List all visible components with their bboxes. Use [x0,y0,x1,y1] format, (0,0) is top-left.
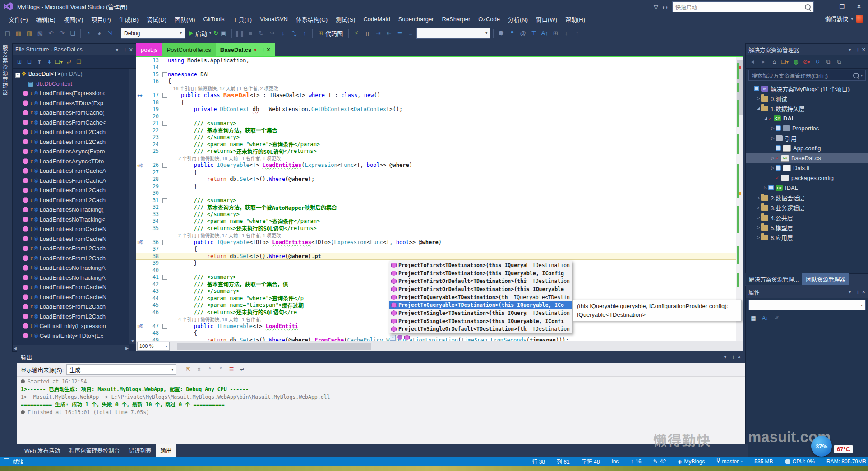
sync-icon[interactable]: ⇄ [65,58,73,66]
tree-item-method[interactable]: ⇧⓪LoadEntities(Expression‹ [13,88,129,98]
tree-item-method[interactable]: ⇧⓪LoadEntitiesFromL2Cach [13,185,129,195]
tree-item-method[interactable]: ⇧⓪LoadEntitiesFromCacheN [13,282,129,292]
pin-icon[interactable]: ⊤ [259,47,264,52]
menu-item-0[interactable]: 文件(F) [5,13,32,25]
tree-item-method[interactable]: ⇧⓪LoadEntitiesFromCacheA [13,176,129,186]
menu-item-1[interactable]: 编辑(E) [32,13,60,25]
tree-item-method[interactable]: ⇧⓪LoadEntitiesFromCacheN [13,234,129,244]
close-button[interactable]: ✕ [853,2,865,11]
up-arrow-icon[interactable]: ↑ [572,28,582,38]
close-icon[interactable]: ✕ [737,354,741,360]
output-header[interactable]: 输出 ▾ ⊤ ✕ [17,351,745,363]
intellisense-item[interactable]: ProjectToSingle<TDestination>(this IQuer… [389,317,572,325]
undo-icon[interactable]: ↶ [46,28,56,38]
tree-item-method[interactable]: ⇧⓪LoadEntitiesNoTracking< [13,215,129,225]
property-pages-icon[interactable]: ✐ [773,314,781,322]
menu-item-11[interactable]: 测试(S) [332,13,359,25]
tree-item-method[interactable]: ⇧⓪LoadEntitiesFromL2Cach [13,302,129,312]
panel-tab--[interactable]: 程序包管理器控制台 [65,444,124,457]
at-icon[interactable]: @ [518,28,528,38]
output-source-select[interactable]: 生成 ▾ [66,364,176,375]
debug-config-select[interactable]: Debug▾ [121,28,185,39]
solution-item-5-[interactable]: ▷5.模型层 [746,222,868,232]
tree-item-field[interactable]: ▤db:DbContext [13,79,129,89]
intellisense-item[interactable]: ProjectToFirstOrDefault<TDestination>(th… [389,277,572,285]
categorize-icon[interactable]: ▦ [749,314,757,322]
intellisense-item[interactable]: ProjectToSingleOrDefault<TDestination>(t… [389,325,572,333]
minimize-button[interactable]: — [818,2,831,11]
tree-item-method[interactable]: ⇧⓪LoadEntitiesFromL2Cach [13,195,129,205]
menu-item-3[interactable]: 项目(P) [87,13,115,25]
menu-item-12[interactable]: CodeMaid [359,14,394,24]
editor-tab-post-js[interactable]: post.js [136,43,162,56]
output-log[interactable]: Started at 16:12:541>------ 已启动生成: 项目: M… [17,376,745,445]
chevron-down-icon[interactable]: ▾ [116,47,119,53]
preview-icon[interactable]: ⧉ [835,58,843,66]
editor-vscrollbar[interactable] [736,57,743,341]
menu-item-2[interactable]: 视图(V) [60,13,87,25]
properties-header[interactable]: 属性 ▾ ⊤ ✕ [746,286,868,298]
pin-icon[interactable]: ⊤ [729,355,734,360]
code-map-button[interactable]: ⊞代码图 [315,29,346,37]
properties-object-select[interactable]: ▾ [748,300,866,310]
add-item-icon[interactable]: ▤ [3,28,13,38]
collapse-icon[interactable]: ⧉ [824,58,832,66]
tool-tab--[interactable]: 解决方案资源管理... [745,273,802,285]
close-icon[interactable]: ✕ [862,47,866,53]
solution-platform-select[interactable]: ▾ [416,28,490,39]
menu-item-15[interactable]: OzCode [474,14,504,24]
zoom-level-select[interactable]: 100 % ▾ [137,342,170,351]
forward-icon[interactable]: ► [759,58,767,66]
menu-item-14[interactable]: ReSharper [438,14,474,24]
pin-icon[interactable]: ⊤ [120,47,126,52]
intellisense-item[interactable]: ProjectToQueryable<TDestination>(this IQ… [389,301,572,309]
chart-icon[interactable]: ⭓ [496,28,506,38]
tree-item-method[interactable]: ⇧⓪LoadEntitiesFromCache< [13,118,129,128]
server-explorer-vertical-tab[interactable]: 服务器资源管理器 [1,45,9,96]
menu-item-4[interactable]: 生成(B) [115,13,143,25]
intellisense-item[interactable]: ProjectToSingle<TDestination>(this IQuer… [389,309,572,317]
stop-icon[interactable]: ■ [245,28,255,38]
redo-icon[interactable]: ↷ [57,28,67,38]
chevron-down-icon[interactable]: ▾ [724,354,727,360]
indent-icon[interactable]: ⇥ [373,28,383,38]
solution-item--MyBlogs-11-[interactable]: M解决方案'MyBlogs' (11 个项目) [746,83,868,93]
solution-item-Properties[interactable]: ▷Properties [746,123,868,133]
nav-forward-icon[interactable]: ◕ [94,28,104,38]
solution-item-6-[interactable]: ▷6.应用层 [746,232,868,242]
pause-icon[interactable]: ❚❚ [235,28,245,38]
panel-tab--[interactable]: 输出 [156,444,175,457]
file-structure-hscrollbar[interactable]: ◀▶ [13,345,129,351]
step-out-icon[interactable]: ↑ [300,28,309,38]
sort-icon[interactable]: ≡ [406,28,416,38]
solution-explorer-header[interactable]: 解决方案资源管理器 ▾ ⊤ ✕ [746,44,868,55]
restore-button[interactable]: ❒ [836,2,848,11]
nav-back-icon[interactable]: ◔ [83,28,93,38]
solution-item-App-config[interactable]: App.config [746,143,868,153]
editor-tab-BaseDal-cs[interactable]: BaseDal.cs●⊤✕ [216,43,275,56]
tree-item-method[interactable]: ⇧⓪LoadEntitiesAsync(Expre [13,147,129,157]
find-message-icon[interactable]: ⇱ [184,365,193,374]
file-structure-header[interactable]: File Structure - BaseDal.cs ▾ ⊤ ✕ [13,44,136,55]
intellisense-item[interactable]: ProjectToFirst<TDestination>(this IQuery… [389,269,572,277]
tree-item-method[interactable]: ⇧⓪LoadEntitiesFromCache( [13,108,129,118]
status-incoming[interactable]: ↑16 [630,458,641,465]
menu-item-9[interactable]: VisualSVN [256,14,292,24]
open-file-icon[interactable]: ▥ [14,28,23,38]
home-icon[interactable]: ⌂ [770,58,778,66]
errors-filter-icon[interactable]: ⊘▾ [803,58,811,66]
refresh-icon[interactable]: ↻ [813,58,822,66]
pin-tb-icon[interactable]: ⊤ [529,28,539,38]
status-edits[interactable]: ✎42 [653,458,666,465]
notifications-icon[interactable]: ⛀ [663,4,668,10]
tree-item-method[interactable]: ⇧⓪LoadEntitiesFromCacheA [13,166,129,176]
clear-all-icon[interactable]: ☰ [227,365,236,374]
menu-item-6[interactable]: 团队(M) [171,13,199,25]
close-icon[interactable]: ✕ [129,47,133,53]
editor-hscrollbar-thumb[interactable] [177,343,371,350]
close-icon[interactable]: ✕ [862,289,866,295]
menu-item-13[interactable]: Supercharger [394,14,438,24]
account-area[interactable]: 懒得勤快 ▾ [825,14,863,23]
collapse-all-icon[interactable]: ⊟ [25,58,33,66]
tree-item-method[interactable]: ⇧⓪LoadEntitiesAsync<TDto [13,157,129,166]
